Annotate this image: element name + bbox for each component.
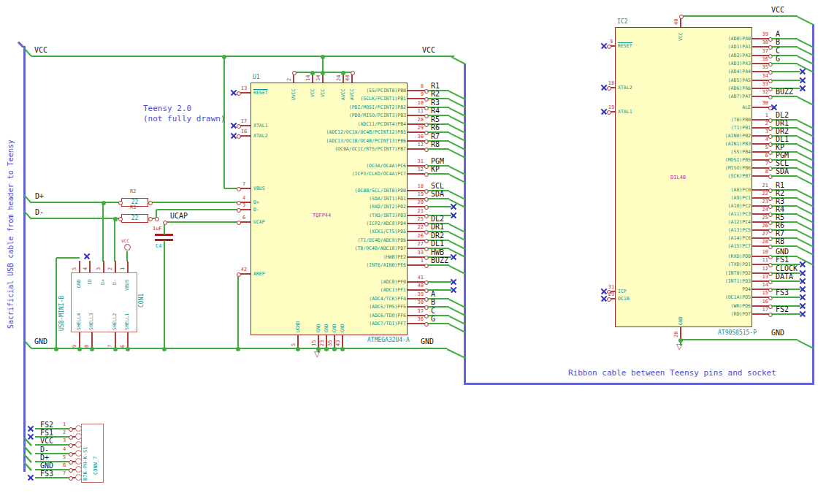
net-label[interactable]: HWB [431, 248, 444, 256]
net-label[interactable]: DR1 [431, 223, 444, 231]
pin-number: 1 [751, 112, 768, 118]
net-label[interactable]: DR1 [776, 119, 789, 127]
pin-number: 6 [237, 215, 251, 221]
net-label[interactable]: R3 [431, 99, 440, 107]
net-label[interactable]: R1 [776, 181, 784, 189]
net-label[interactable]: R5 [431, 115, 440, 123]
net-label[interactable]: R2 [776, 189, 784, 197]
pin-name: (INT1)PD3 [618, 278, 751, 284]
net-label[interactable]: B [431, 298, 435, 306]
net-label[interactable]: DL2 [776, 111, 789, 119]
net-label[interactable]: UCAP [170, 212, 188, 220]
net-label[interactable]: R5 [776, 213, 784, 221]
wire-endpoint [163, 221, 167, 225]
ribbon-bus-bottom[interactable] [464, 383, 814, 385]
net-label[interactable]: BUZZ [776, 88, 793, 96]
pin-name: UCAP [253, 219, 265, 225]
net-label[interactable]: R4 [431, 107, 440, 115]
pin-number: 16 [237, 129, 251, 134]
net-label[interactable]: GND [34, 337, 47, 345]
net-label[interactable]: SDA [431, 190, 444, 198]
pin-name: (SCK)PB7 [618, 173, 751, 179]
pin-name: GND [76, 279, 82, 288]
pin-stub [115, 261, 116, 272]
net-label[interactable]: FS3 [776, 289, 789, 297]
net-label[interactable]: R8 [776, 237, 784, 245]
u1-ref[interactable]: U1 [253, 74, 260, 80]
pin-number: 17 [751, 307, 768, 313]
no-connect-icon [451, 279, 456, 285]
net-label[interactable]: R7 [431, 132, 440, 140]
net-label[interactable]: FS2 [776, 305, 789, 313]
net-label[interactable]: D+ [35, 192, 44, 200]
net-label[interactable]: PGM [431, 157, 444, 165]
net-label[interactable]: VCC [422, 46, 435, 54]
net-label[interactable]: R6 [776, 221, 784, 229]
net-label[interactable]: GND [771, 329, 784, 337]
u1-value[interactable]: ATMEGA32U4-A [367, 337, 410, 343]
net-label[interactable]: CLOCK [776, 264, 798, 272]
net-label[interactable]: R2 [431, 90, 440, 98]
net-label[interactable]: A [776, 30, 780, 38]
net-label[interactable]: DL1 [431, 240, 444, 248]
net-label[interactable]: D- [35, 208, 44, 216]
connector-pad [75, 466, 82, 473]
net-label[interactable]: VCC [34, 46, 47, 54]
wire-endpoint [118, 217, 123, 221]
net-label[interactable]: G [776, 55, 780, 63]
connector-pad [75, 425, 82, 432]
net-label[interactable]: R1 [431, 82, 440, 90]
net-label[interactable]: KP [776, 143, 784, 151]
junction-dot [324, 347, 329, 351]
ic2-value[interactable]: AT90S8515-P [718, 329, 757, 336]
net-label[interactable]: R6 [431, 123, 440, 131]
no-connect-icon [601, 85, 607, 91]
pin-name: (WR)PD6 [618, 303, 751, 309]
net-label[interactable]: B [776, 38, 780, 46]
net-label[interactable]: C [431, 307, 435, 315]
net-label[interactable]: KP [431, 165, 440, 173]
net-label[interactable]: R8 [431, 140, 440, 148]
pin-number: 3 [96, 267, 102, 270]
pin-name: VCC [310, 88, 316, 97]
net-label[interactable]: PGM [776, 151, 789, 159]
no-connect-icon [28, 426, 34, 432]
net-label[interactable]: DR2 [431, 232, 444, 240]
pin-name: (T0)PB0 [618, 117, 751, 123]
pin-number: 40 [673, 19, 679, 25]
connector-pad [75, 474, 82, 481]
pin-name: VBUS [253, 186, 265, 191]
net-label[interactable]: SCL [776, 159, 789, 167]
net-label[interactable]: DL2 [431, 215, 444, 223]
wire [771, 245, 798, 247]
net-label[interactable]: BUZZ [431, 256, 448, 264]
net-label[interactable]: DL1 [776, 135, 789, 143]
pin-stub [115, 332, 116, 348]
net-label[interactable]: VCC [771, 6, 784, 14]
ic2-ref[interactable]: IC2 [617, 18, 627, 25]
ribbon-bus-left[interactable] [464, 64, 466, 385]
ribbon-bus-right[interactable] [812, 24, 814, 385]
net-label[interactable]: FS1 [776, 256, 789, 264]
net-label[interactable]: DR2 [776, 127, 789, 135]
pin-number: 32 [751, 89, 768, 95]
net-label[interactable]: DATA [776, 272, 793, 280]
net-label[interactable]: R4 [776, 205, 784, 213]
conn7-ref[interactable]: CONN_7 [93, 457, 99, 475]
con1-ref[interactable]: CON1 [138, 294, 145, 308]
wire-endpoint [69, 476, 73, 481]
net-label[interactable]: R7 [776, 229, 784, 237]
pin-number: 33 [406, 250, 424, 256]
net-label[interactable]: GND [776, 248, 789, 256]
net-label[interactable]: GND [421, 337, 434, 345]
net-label[interactable]: SDA [776, 167, 789, 175]
junction-dot [162, 347, 167, 351]
usb-cable-bus[interactable] [23, 46, 26, 472]
net-label[interactable]: SCL [431, 182, 444, 190]
net-label[interactable]: G [431, 315, 435, 323]
net-label[interactable]: R3 [776, 197, 784, 205]
r3-body[interactable]: 22 [121, 214, 148, 223]
net-label[interactable]: A [431, 290, 435, 298]
wire-endpoint [118, 201, 123, 205]
net-label[interactable]: C [776, 47, 780, 55]
